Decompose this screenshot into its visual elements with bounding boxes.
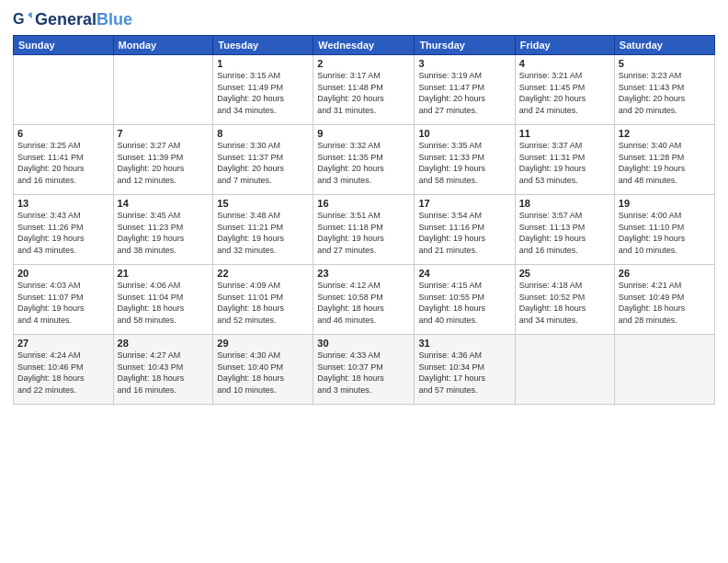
week-row-3: 13Sunrise: 3:43 AM Sunset: 11:26 PM Dayl…	[14, 195, 715, 265]
logo-general: General	[35, 10, 97, 29]
day-info: Sunrise: 3:35 AM Sunset: 11:33 PM Daylig…	[418, 140, 510, 186]
day-cell: 10Sunrise: 3:35 AM Sunset: 11:33 PM Dayl…	[415, 125, 515, 195]
header-tuesday: Tuesday	[213, 36, 313, 55]
day-number: 12	[619, 128, 711, 139]
day-cell: 20Sunrise: 4:03 AM Sunset: 11:07 PM Dayl…	[14, 265, 114, 335]
week-row-2: 6Sunrise: 3:25 AM Sunset: 11:41 PM Dayli…	[14, 125, 715, 195]
day-number: 27	[17, 338, 109, 349]
day-cell: 30Sunrise: 4:33 AM Sunset: 10:37 PM Dayl…	[313, 335, 415, 405]
day-info: Sunrise: 4:03 AM Sunset: 11:07 PM Daylig…	[17, 280, 109, 326]
day-number: 3	[418, 58, 510, 69]
day-number: 13	[17, 198, 109, 209]
day-number: 5	[619, 58, 711, 69]
day-number: 16	[317, 198, 410, 209]
day-cell	[614, 335, 714, 405]
day-cell: 8Sunrise: 3:30 AM Sunset: 11:37 PM Dayli…	[213, 125, 313, 195]
day-info: Sunrise: 3:21 AM Sunset: 11:45 PM Daylig…	[519, 70, 610, 116]
day-info: Sunrise: 3:30 AM Sunset: 11:37 PM Daylig…	[217, 140, 309, 186]
day-cell: 5Sunrise: 3:23 AM Sunset: 11:43 PM Dayli…	[614, 55, 714, 125]
day-number: 23	[317, 268, 410, 279]
day-cell: 2Sunrise: 3:17 AM Sunset: 11:48 PM Dayli…	[313, 55, 415, 125]
day-cell: 31Sunrise: 4:36 AM Sunset: 10:34 PM Dayl…	[415, 335, 515, 405]
day-cell: 26Sunrise: 4:21 AM Sunset: 10:49 PM Dayl…	[614, 265, 714, 335]
day-cell: 22Sunrise: 4:09 AM Sunset: 11:01 PM Dayl…	[213, 265, 313, 335]
header-friday: Friday	[515, 36, 614, 55]
day-number: 28	[118, 338, 210, 349]
logo-icon: G	[13, 9, 33, 29]
day-info: Sunrise: 4:15 AM Sunset: 10:55 PM Daylig…	[418, 280, 510, 326]
day-number: 14	[118, 198, 210, 209]
weekday-header-row: Sunday Monday Tuesday Wednesday Thursday…	[14, 36, 715, 55]
day-cell: 4Sunrise: 3:21 AM Sunset: 11:45 PM Dayli…	[515, 55, 614, 125]
day-cell: 7Sunrise: 3:27 AM Sunset: 11:39 PM Dayli…	[113, 125, 213, 195]
day-info: Sunrise: 3:27 AM Sunset: 11:39 PM Daylig…	[118, 140, 210, 186]
day-cell: 29Sunrise: 4:30 AM Sunset: 10:40 PM Dayl…	[213, 335, 313, 405]
day-info: Sunrise: 3:45 AM Sunset: 11:23 PM Daylig…	[118, 210, 210, 256]
day-cell: 11Sunrise: 3:37 AM Sunset: 11:31 PM Dayl…	[515, 125, 614, 195]
day-info: Sunrise: 3:37 AM Sunset: 11:31 PM Daylig…	[519, 140, 610, 186]
svg-text:G: G	[13, 10, 25, 27]
day-cell: 27Sunrise: 4:24 AM Sunset: 10:46 PM Dayl…	[14, 335, 114, 405]
day-info: Sunrise: 3:40 AM Sunset: 11:28 PM Daylig…	[619, 140, 711, 186]
day-cell	[14, 55, 114, 125]
day-cell: 18Sunrise: 3:57 AM Sunset: 11:13 PM Dayl…	[515, 195, 614, 265]
day-info: Sunrise: 4:12 AM Sunset: 10:58 PM Daylig…	[317, 280, 410, 326]
day-cell: 16Sunrise: 3:51 AM Sunset: 11:18 PM Dayl…	[313, 195, 415, 265]
day-number: 8	[217, 128, 309, 139]
day-number: 17	[418, 198, 510, 209]
day-info: Sunrise: 3:51 AM Sunset: 11:18 PM Daylig…	[317, 210, 410, 256]
day-number: 20	[17, 268, 109, 279]
day-cell: 1Sunrise: 3:15 AM Sunset: 11:49 PM Dayli…	[213, 55, 313, 125]
week-row-5: 27Sunrise: 4:24 AM Sunset: 10:46 PM Dayl…	[14, 335, 715, 405]
day-cell	[113, 55, 213, 125]
day-number: 10	[418, 128, 510, 139]
day-cell: 24Sunrise: 4:15 AM Sunset: 10:55 PM Dayl…	[415, 265, 515, 335]
day-cell: 14Sunrise: 3:45 AM Sunset: 11:23 PM Dayl…	[113, 195, 213, 265]
day-number: 26	[619, 268, 711, 279]
day-info: Sunrise: 4:36 AM Sunset: 10:34 PM Daylig…	[418, 350, 510, 396]
day-info: Sunrise: 3:15 AM Sunset: 11:49 PM Daylig…	[217, 70, 309, 116]
calendar: Sunday Monday Tuesday Wednesday Thursday…	[13, 35, 715, 405]
logo-text: G GeneralBlue	[13, 9, 132, 29]
header-monday: Monday	[113, 36, 213, 55]
day-info: Sunrise: 3:48 AM Sunset: 11:21 PM Daylig…	[217, 210, 309, 256]
day-cell: 23Sunrise: 4:12 AM Sunset: 10:58 PM Dayl…	[313, 265, 415, 335]
header-saturday: Saturday	[614, 36, 714, 55]
day-number: 9	[317, 128, 410, 139]
day-cell: 9Sunrise: 3:32 AM Sunset: 11:35 PM Dayli…	[313, 125, 415, 195]
day-info: Sunrise: 4:21 AM Sunset: 10:49 PM Daylig…	[619, 280, 711, 326]
day-number: 31	[418, 338, 510, 349]
day-number: 6	[17, 128, 109, 139]
day-info: Sunrise: 4:18 AM Sunset: 10:52 PM Daylig…	[519, 280, 610, 326]
day-number: 11	[519, 128, 610, 139]
day-number: 25	[519, 268, 610, 279]
day-cell: 19Sunrise: 4:00 AM Sunset: 11:10 PM Dayl…	[614, 195, 714, 265]
day-info: Sunrise: 3:19 AM Sunset: 11:47 PM Daylig…	[418, 70, 510, 116]
day-cell: 6Sunrise: 3:25 AM Sunset: 11:41 PM Dayli…	[14, 125, 114, 195]
day-cell: 13Sunrise: 3:43 AM Sunset: 11:26 PM Dayl…	[14, 195, 114, 265]
day-cell: 25Sunrise: 4:18 AM Sunset: 10:52 PM Dayl…	[515, 265, 614, 335]
day-cell	[515, 335, 614, 405]
day-cell: 17Sunrise: 3:54 AM Sunset: 11:16 PM Dayl…	[415, 195, 515, 265]
day-number: 21	[118, 268, 210, 279]
header: G GeneralBlue	[13, 9, 715, 29]
day-info: Sunrise: 4:33 AM Sunset: 10:37 PM Daylig…	[317, 350, 410, 396]
day-info: Sunrise: 3:25 AM Sunset: 11:41 PM Daylig…	[17, 140, 109, 186]
day-number: 7	[118, 128, 210, 139]
week-row-1: 1Sunrise: 3:15 AM Sunset: 11:49 PM Dayli…	[14, 55, 715, 125]
svg-marker-2	[28, 12, 31, 18]
day-info: Sunrise: 4:27 AM Sunset: 10:43 PM Daylig…	[118, 350, 210, 396]
day-number: 1	[217, 58, 309, 69]
day-cell: 28Sunrise: 4:27 AM Sunset: 10:43 PM Dayl…	[113, 335, 213, 405]
header-thursday: Thursday	[415, 36, 515, 55]
day-info: Sunrise: 3:32 AM Sunset: 11:35 PM Daylig…	[317, 140, 410, 186]
header-sunday: Sunday	[14, 36, 114, 55]
day-info: Sunrise: 4:30 AM Sunset: 10:40 PM Daylig…	[217, 350, 309, 396]
week-row-4: 20Sunrise: 4:03 AM Sunset: 11:07 PM Dayl…	[14, 265, 715, 335]
day-info: Sunrise: 3:17 AM Sunset: 11:48 PM Daylig…	[317, 70, 410, 116]
day-cell: 12Sunrise: 3:40 AM Sunset: 11:28 PM Dayl…	[614, 125, 714, 195]
day-info: Sunrise: 4:00 AM Sunset: 11:10 PM Daylig…	[619, 210, 711, 256]
day-info: Sunrise: 3:54 AM Sunset: 11:16 PM Daylig…	[418, 210, 510, 256]
day-number: 29	[217, 338, 309, 349]
day-number: 30	[317, 338, 410, 349]
